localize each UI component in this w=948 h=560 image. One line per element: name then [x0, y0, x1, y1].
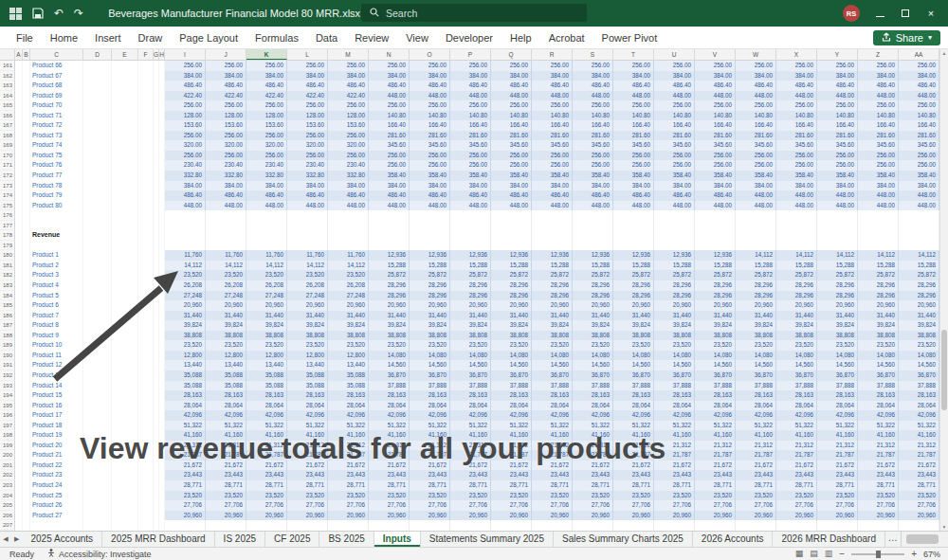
cell[interactable]: 358.40: [654, 171, 695, 181]
cell[interactable]: [112, 91, 138, 101]
cell[interactable]: [23, 500, 30, 511]
cell[interactable]: 128.00: [328, 111, 369, 121]
cell[interactable]: [776, 520, 817, 531]
page-layout-view-icon[interactable]: ▤: [810, 550, 818, 558]
column-header-aa[interactable]: AA: [899, 49, 939, 60]
cell[interactable]: 256.00: [695, 160, 736, 171]
ribbon-tab-acrobat[interactable]: Acrobat: [540, 27, 593, 49]
cell[interactable]: 320.00: [246, 140, 287, 151]
horizontal-scrollbar[interactable]: [901, 532, 948, 547]
cell[interactable]: 12,936: [695, 250, 736, 261]
cell[interactable]: [695, 520, 736, 531]
row-header-165[interactable]: 165: [0, 100, 15, 111]
cell[interactable]: 23,443: [246, 470, 287, 480]
cell[interactable]: 25,872: [695, 270, 736, 280]
cell[interactable]: 28,296: [369, 291, 410, 301]
cell[interactable]: 384.00: [654, 181, 695, 191]
save-icon[interactable]: [32, 8, 44, 19]
cell[interactable]: [112, 500, 138, 511]
cell[interactable]: Product 70: [30, 100, 83, 111]
cell[interactable]: 345.60: [695, 140, 736, 151]
cell[interactable]: 38,808: [206, 331, 246, 341]
cell[interactable]: [138, 131, 154, 141]
cell[interactable]: [369, 241, 410, 251]
cell[interactable]: 28,163: [410, 390, 450, 401]
cell[interactable]: 28,771: [817, 480, 858, 491]
cell[interactable]: 256.00: [858, 61, 899, 71]
cell[interactable]: [15, 151, 23, 161]
cell[interactable]: 28,771: [613, 480, 654, 491]
cell[interactable]: Product 80: [30, 201, 83, 211]
cell[interactable]: 25,872: [613, 270, 654, 280]
cell[interactable]: 256.00: [165, 100, 206, 111]
cell[interactable]: 14,080: [736, 351, 776, 361]
cell[interactable]: Product 25: [30, 491, 83, 501]
cell[interactable]: 486.40: [410, 190, 450, 201]
row-header-191[interactable]: 191: [0, 360, 15, 370]
cell[interactable]: 36,870: [654, 370, 695, 381]
cell[interactable]: 448.00: [491, 201, 532, 211]
cell[interactable]: 23,520: [776, 491, 817, 501]
cell[interactable]: 42,096: [613, 410, 654, 421]
cell[interactable]: 20,960: [736, 300, 776, 311]
sheet-tab-cf-2025[interactable]: CF 2025: [265, 532, 319, 547]
cell[interactable]: [328, 221, 369, 231]
cell[interactable]: 486.40: [858, 81, 899, 91]
cell[interactable]: 12,800: [206, 351, 246, 361]
row-header-169[interactable]: 169: [0, 140, 15, 151]
cell[interactable]: [654, 210, 695, 221]
cell[interactable]: 448.00: [450, 201, 491, 211]
cell[interactable]: 28,771: [328, 480, 369, 491]
cell[interactable]: Product 78: [30, 181, 83, 191]
cell[interactable]: 39,824: [450, 320, 491, 331]
cell[interactable]: 28,771: [287, 480, 328, 491]
cell[interactable]: 28,296: [776, 280, 817, 291]
cell[interactable]: 15,288: [410, 261, 450, 271]
cell[interactable]: 14,112: [736, 250, 776, 261]
cell[interactable]: 14,560: [695, 360, 736, 370]
cell[interactable]: [112, 120, 138, 131]
cell[interactable]: [287, 520, 328, 531]
cell[interactable]: 38,808: [695, 331, 736, 341]
cell[interactable]: 12,936: [369, 250, 410, 261]
cell[interactable]: 345.60: [613, 140, 654, 151]
cell[interactable]: 20,960: [695, 511, 736, 521]
cell[interactable]: [23, 401, 30, 411]
column-header-s[interactable]: S: [573, 49, 613, 60]
column-header-c[interactable]: C: [30, 49, 83, 60]
cell[interactable]: 256.00: [165, 151, 206, 161]
cell[interactable]: [858, 210, 899, 221]
cell[interactable]: 21,672: [695, 461, 736, 471]
cell[interactable]: [30, 221, 83, 231]
cell[interactable]: 36,870: [858, 370, 899, 381]
cell[interactable]: [532, 230, 573, 241]
cell[interactable]: 256.00: [858, 151, 899, 161]
cell[interactable]: [15, 511, 23, 521]
cell[interactable]: 23,520: [206, 491, 246, 501]
cell[interactable]: 38,808: [246, 331, 287, 341]
ribbon-tab-data[interactable]: Data: [307, 27, 346, 49]
cell[interactable]: 384.00: [776, 71, 817, 81]
cell[interactable]: 14,080: [858, 351, 899, 361]
cell[interactable]: [410, 241, 450, 251]
cell[interactable]: 27,706: [328, 500, 369, 511]
cell[interactable]: 256.00: [532, 160, 573, 171]
cell[interactable]: [573, 210, 613, 221]
cell[interactable]: [15, 390, 23, 401]
cell[interactable]: 486.40: [613, 190, 654, 201]
row-header-177[interactable]: 177: [0, 221, 15, 231]
cell[interactable]: [23, 270, 30, 280]
cell[interactable]: 20,960: [776, 511, 817, 521]
cell[interactable]: 39,824: [410, 320, 450, 331]
cell[interactable]: 12,936: [573, 250, 613, 261]
cell[interactable]: 153.60: [206, 120, 246, 131]
cell[interactable]: [776, 241, 817, 251]
cell[interactable]: 166.40: [613, 120, 654, 131]
cell[interactable]: 20,960: [736, 511, 776, 521]
redo-icon[interactable]: ↷: [74, 8, 83, 19]
cell[interactable]: [23, 421, 30, 431]
cell[interactable]: [328, 210, 369, 221]
cell[interactable]: [138, 491, 154, 501]
cell[interactable]: [138, 390, 154, 401]
cell[interactable]: 448.00: [410, 201, 450, 211]
